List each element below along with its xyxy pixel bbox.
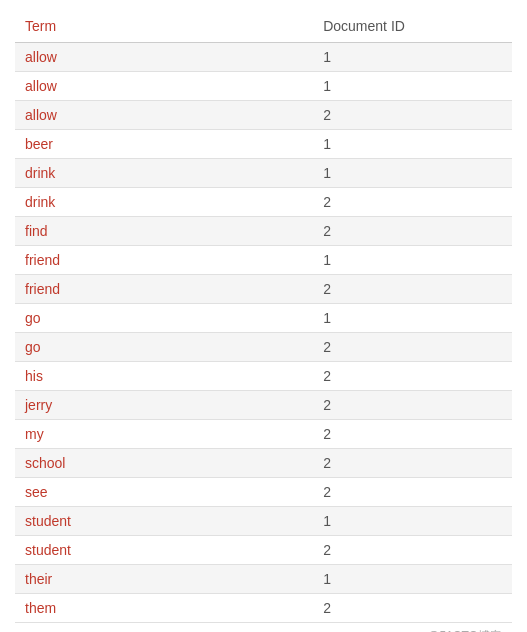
- table-row: allow1: [15, 43, 512, 72]
- watermark: @51CTO博客: [15, 623, 512, 632]
- table-row: allow1: [15, 72, 512, 101]
- term-cell: his: [15, 362, 313, 391]
- table-row: jerry2: [15, 391, 512, 420]
- table-row: beer1: [15, 130, 512, 159]
- docid-cell: 1: [313, 130, 512, 159]
- term-cell: allow: [15, 72, 313, 101]
- table-row: go2: [15, 333, 512, 362]
- docid-cell: 2: [313, 478, 512, 507]
- table-row: his2: [15, 362, 512, 391]
- term-cell: beer: [15, 130, 313, 159]
- docid-cell: 2: [313, 362, 512, 391]
- term-cell: friend: [15, 246, 313, 275]
- table-row: drink2: [15, 188, 512, 217]
- table-row: allow2: [15, 101, 512, 130]
- term-cell: school: [15, 449, 313, 478]
- term-cell: student: [15, 536, 313, 565]
- docid-cell: 1: [313, 246, 512, 275]
- docid-cell: 2: [313, 101, 512, 130]
- docid-cell: 2: [313, 391, 512, 420]
- table-body: allow1allow1allow2beer1drink1drink2find2…: [15, 43, 512, 623]
- table-header-row: Term Document ID: [15, 10, 512, 43]
- table-row: find2: [15, 217, 512, 246]
- table-row: go1: [15, 304, 512, 333]
- docid-cell: 2: [313, 594, 512, 623]
- docid-cell: 1: [313, 565, 512, 594]
- term-cell: go: [15, 333, 313, 362]
- table-row: see2: [15, 478, 512, 507]
- term-cell: allow: [15, 101, 313, 130]
- term-cell: jerry: [15, 391, 313, 420]
- term-cell: drink: [15, 188, 313, 217]
- term-cell: my: [15, 420, 313, 449]
- table-row: my2: [15, 420, 512, 449]
- table-row: their1: [15, 565, 512, 594]
- term-cell: student: [15, 507, 313, 536]
- docid-cell: 2: [313, 275, 512, 304]
- docid-cell: 2: [313, 333, 512, 362]
- term-cell: find: [15, 217, 313, 246]
- table-row: drink1: [15, 159, 512, 188]
- docid-cell: 2: [313, 188, 512, 217]
- docid-cell: 1: [313, 72, 512, 101]
- table-row: friend1: [15, 246, 512, 275]
- docid-cell: 2: [313, 536, 512, 565]
- docid-cell: 2: [313, 449, 512, 478]
- table-row: student2: [15, 536, 512, 565]
- column-header-docid: Document ID: [313, 10, 512, 43]
- docid-cell: 1: [313, 43, 512, 72]
- docid-cell: 1: [313, 159, 512, 188]
- docid-cell: 1: [313, 304, 512, 333]
- docid-cell: 2: [313, 420, 512, 449]
- table-row: them2: [15, 594, 512, 623]
- docid-cell: 2: [313, 217, 512, 246]
- table-row: friend2: [15, 275, 512, 304]
- table-row: student1: [15, 507, 512, 536]
- table-row: school2: [15, 449, 512, 478]
- term-cell: go: [15, 304, 313, 333]
- term-cell: see: [15, 478, 313, 507]
- term-cell: them: [15, 594, 313, 623]
- term-cell: drink: [15, 159, 313, 188]
- data-table: Term Document ID allow1allow1allow2beer1…: [15, 10, 512, 623]
- term-cell: their: [15, 565, 313, 594]
- term-cell: allow: [15, 43, 313, 72]
- column-header-term: Term: [15, 10, 313, 43]
- term-cell: friend: [15, 275, 313, 304]
- docid-cell: 1: [313, 507, 512, 536]
- table-container: Term Document ID allow1allow1allow2beer1…: [0, 0, 527, 632]
